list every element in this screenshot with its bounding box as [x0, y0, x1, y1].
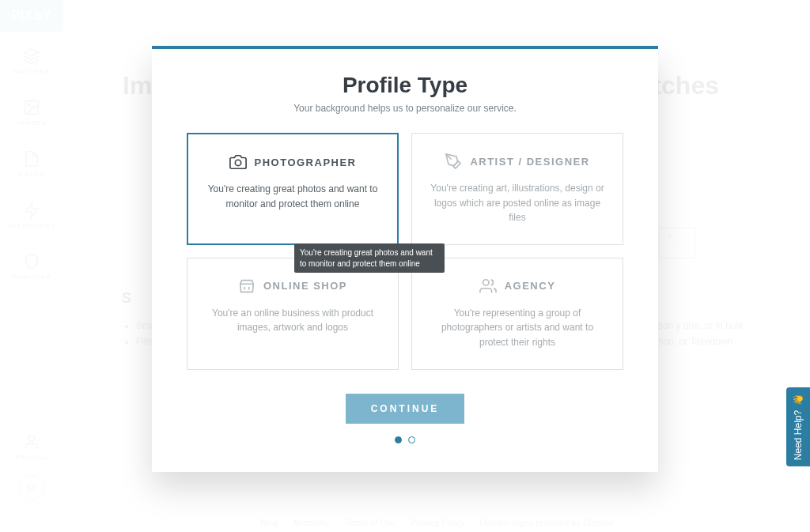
card-agency[interactable]: AGENCY You're representing a group of ph…: [411, 258, 623, 370]
step-dot-1[interactable]: [395, 436, 402, 443]
card-desc: You're creating great photos and want to…: [202, 182, 383, 211]
wave-icon: 👋: [793, 394, 804, 406]
shop-icon: [238, 277, 255, 295]
camera-icon: [229, 153, 247, 171]
step-dot-2[interactable]: [408, 436, 415, 443]
modal-subtitle: Your background helps us to personalize …: [187, 103, 623, 114]
card-photographer[interactable]: PHOTOGRAPHER You're creating great photo…: [187, 133, 399, 245]
continue-button[interactable]: CONTINUE: [346, 394, 465, 424]
card-desc: You're representing a group of photograp…: [426, 306, 608, 350]
brush-icon: [445, 153, 462, 170]
card-tooltip: You're creating great photos and want to…: [294, 243, 445, 273]
users-icon: [479, 277, 497, 295]
card-artist-designer[interactable]: ARTIST / DESIGNER You're creating art, i…: [411, 133, 623, 245]
help-tab[interactable]: Need Help? 👋: [786, 387, 810, 466]
svg-point-6: [483, 280, 488, 285]
card-desc: You're creating art, illustrations, desi…: [426, 181, 608, 225]
card-desc: You're an online business with product i…: [202, 306, 384, 335]
card-online-shop[interactable]: ONLINE SHOP You're an online business wi…: [187, 258, 399, 370]
step-indicator: [187, 436, 623, 443]
svg-point-5: [235, 160, 240, 165]
modal-title: Profile Type: [187, 73, 623, 98]
profile-type-modal: Profile Type Your background helps us to…: [152, 46, 658, 472]
